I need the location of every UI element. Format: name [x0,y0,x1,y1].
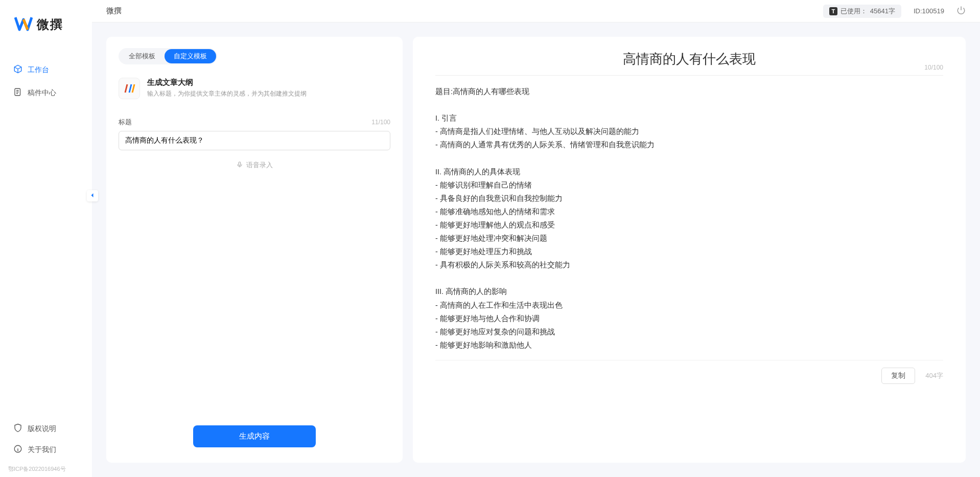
title-input[interactable] [119,131,390,150]
icp-footer: 鄂ICP备2022016946号 [0,465,92,477]
usage-badge: T 已使用： 45641字 [823,5,901,18]
voice-input-button[interactable]: 语音录入 [119,161,390,170]
logo-text: 微撰 [37,16,63,33]
sidebar: 微撰 工作台 稿件中心 版权说明 关于我们 鄂ICP备2 [0,0,92,477]
sidebar-nav: 工作台 稿件中心 [0,60,92,102]
result-title-wrap: 高情商的人有什么表现 10/100 [435,50,943,76]
app-root: 微撰 工作台 稿件中心 版权说明 关于我们 鄂ICP备2 [0,0,980,477]
mic-icon [236,161,243,170]
tab-all-templates[interactable]: 全部模板 [120,49,165,63]
cube-icon [13,64,22,75]
result-title: 高情商的人有什么表现 [435,50,943,68]
template-icon [119,78,140,99]
sidebar-item-label: 关于我们 [28,445,56,455]
logo-mark-icon [14,14,33,35]
template-info: 生成文章大纲 输入标题，为你提供文章主体的灵感，并为其创建推文提纲 [147,78,307,98]
result-body[interactable]: 题目:高情商的人有哪些表现 I. 引言 - 高情商是指人们处理情绪、与他人互动以… [435,85,943,351]
chevron-left-icon [89,191,96,200]
t-badge-icon: T [829,7,837,15]
voice-input-label: 语音录入 [246,161,273,170]
template-tabs: 全部模板 自定义模板 [119,48,217,64]
topbar-right: T 已使用： 45641字 ID:100519 [823,5,966,18]
template-title: 生成文章大纲 [147,78,307,87]
tab-custom-template[interactable]: 自定义模板 [165,49,216,63]
sidebar-item-label: 工作台 [28,65,49,75]
sidebar-item-copyright[interactable]: 版权说明 [8,419,84,438]
spacer [119,170,390,425]
template-desc: 输入标题，为你提供文章主体的灵感，并为其创建推文提纲 [147,89,307,98]
copy-button[interactable]: 复制 [881,368,915,384]
generate-button[interactable]: 生成内容 [193,425,316,447]
doc-icon [13,87,22,98]
sidebar-item-drafts[interactable]: 稿件中心 [8,83,84,102]
template-card: 生成文章大纲 输入标题，为你提供文章主体的灵感，并为其创建推文提纲 [119,78,390,99]
main: 微撰 T 已使用： 45641字 ID:100519 全部模板 自定义模板 [92,0,980,477]
usage-label: 已使用： [841,7,867,16]
left-panel: 全部模板 自定义模板 生成文章大纲 输入标题，为你提供文章主体的灵感，并为其创建… [106,37,403,463]
sidebar-item-label: 稿件中心 [28,88,56,98]
title-label: 标题 [119,118,132,127]
svg-rect-2 [239,162,241,165]
info-icon [13,444,22,455]
sidebar-item-label: 版权说明 [28,424,56,434]
result-word-count: 404字 [925,371,943,380]
sidebar-item-workspace[interactable]: 工作台 [8,60,84,79]
logo: 微撰 [0,14,92,60]
result-footer: 复制 404字 [435,360,943,384]
sidebar-collapse-button[interactable] [87,190,98,201]
page-title: 微撰 [106,6,122,16]
title-form-group: 标题 11/100 [119,118,390,150]
shield-icon [13,423,22,434]
content: 全部模板 自定义模板 生成文章大纲 输入标题，为你提供文章主体的灵感，并为其创建… [92,22,980,477]
sidebar-item-about[interactable]: 关于我们 [8,440,84,459]
user-id-value: 100519 [922,7,944,15]
topbar: 微撰 T 已使用： 45641字 ID:100519 [92,0,980,22]
user-id: ID:100519 [914,7,944,15]
usage-value: 45641字 [870,7,895,16]
title-char-count: 11/100 [371,119,390,126]
user-id-label: ID: [914,7,922,15]
sidebar-bottom: 版权说明 关于我们 [0,419,92,465]
result-title-count: 10/100 [924,64,943,71]
power-icon[interactable] [956,6,966,16]
right-panel: 高情商的人有什么表现 10/100 题目:高情商的人有哪些表现 I. 引言 - … [413,37,966,463]
